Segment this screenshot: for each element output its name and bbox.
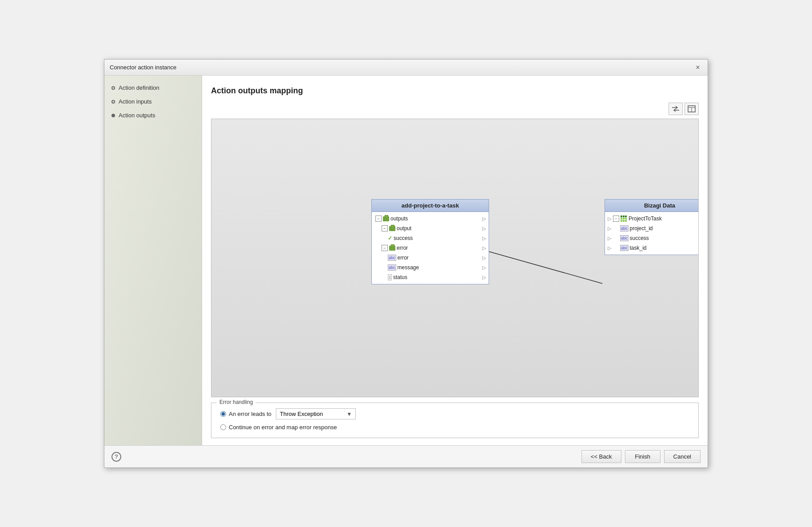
left-box-body: − outputs ▷ − output ▷ bbox=[372, 212, 489, 284]
radio2-text: Continue on error and map error response bbox=[229, 424, 337, 431]
sidebar-item-action-outputs[interactable]: Action outputs bbox=[111, 112, 195, 119]
expander[interactable]: − bbox=[375, 216, 382, 222]
tree-row: abc error ▷ bbox=[372, 253, 489, 263]
right-box-header: Bizagi Data bbox=[605, 200, 699, 212]
expander[interactable]: − bbox=[613, 216, 619, 222]
left-arrow: ▷ bbox=[608, 236, 611, 241]
row-label: status bbox=[393, 274, 407, 280]
layout-icon bbox=[688, 105, 696, 112]
mapping-canvas: add-project-to-a-task − outputs ▷ bbox=[211, 119, 698, 397]
left-arrow: ▷ bbox=[608, 226, 611, 232]
svg-line-5 bbox=[486, 251, 602, 283]
table-icon bbox=[621, 216, 627, 222]
radio1-input[interactable] bbox=[220, 411, 226, 417]
left-box-header: add-project-to-a-task bbox=[372, 200, 489, 212]
abc-icon: abc bbox=[620, 245, 629, 251]
tree-row: abc message ▷ bbox=[372, 263, 489, 272]
row-label: outputs bbox=[390, 216, 408, 222]
dropdown-arrow-icon: ▼ bbox=[346, 411, 352, 417]
suitcase-icon bbox=[389, 226, 395, 231]
arrows-icon bbox=[672, 105, 680, 112]
row-arrow: ▷ bbox=[482, 226, 486, 232]
footer-right: << Back Finish Cancel bbox=[581, 450, 701, 463]
row-arrow: ▷ bbox=[482, 265, 486, 271]
radio2-input[interactable] bbox=[220, 424, 226, 430]
row-label: message bbox=[398, 264, 419, 271]
sidebar: Action definition Action inputs Action o… bbox=[104, 76, 202, 445]
titlebar: Connector action instance × bbox=[104, 60, 708, 76]
error-handling-legend: Error handling bbox=[217, 399, 255, 405]
abc-icon: abc bbox=[620, 225, 629, 232]
row-arrow: ▷ bbox=[482, 245, 486, 251]
suitcase-icon bbox=[389, 246, 395, 251]
row-arrow: ▷ bbox=[482, 216, 486, 222]
page-title: Action outputs mapping bbox=[211, 86, 699, 96]
throw-exception-dropdown[interactable]: Throw Exception ▼ bbox=[276, 408, 356, 419]
sidebar-label-1: Action definition bbox=[119, 84, 159, 91]
tree-row: ▷ abc success bbox=[605, 233, 699, 243]
dialog-title: Connector action instance bbox=[110, 64, 176, 71]
sidebar-label-2: Action inputs bbox=[119, 98, 151, 105]
radio1-label[interactable]: An error leads to bbox=[220, 411, 271, 417]
dialog: Connector action instance × Action defin… bbox=[104, 59, 708, 468]
close-button[interactable]: × bbox=[693, 63, 702, 72]
row-arrow: ▷ bbox=[482, 255, 486, 261]
abc-icon: abc bbox=[388, 264, 396, 271]
sidebar-label-3: Action outputs bbox=[119, 112, 155, 119]
footer-left: ? bbox=[111, 452, 121, 462]
abc-icon: abc bbox=[388, 255, 396, 261]
num-icon: 1 bbox=[388, 274, 392, 280]
toolbar-btn-layout[interactable] bbox=[685, 103, 699, 115]
tree-row: 1 status ▷ bbox=[372, 272, 489, 282]
suitcase-icon bbox=[383, 216, 389, 221]
main-content: Action outputs mapping bbox=[202, 76, 708, 445]
finish-button[interactable]: Finish bbox=[625, 450, 661, 463]
tree-row: − error ▷ bbox=[372, 243, 489, 253]
error-row-1: An error leads to Throw Exception ▼ bbox=[220, 408, 689, 419]
check-icon: ✓ bbox=[388, 235, 392, 241]
help-button[interactable]: ? bbox=[111, 452, 121, 462]
left-tree-box: add-project-to-a-task − outputs ▷ bbox=[371, 199, 489, 284]
error-row-2: Continue on error and map error response bbox=[220, 424, 689, 431]
footer: ? << Back Finish Cancel bbox=[104, 445, 708, 467]
radio2-label[interactable]: Continue on error and map error response bbox=[220, 424, 337, 431]
tree-row: ▷ abc task_id bbox=[605, 243, 699, 253]
tree-row: − outputs ▷ bbox=[372, 214, 489, 224]
row-arrow: ▷ bbox=[482, 236, 486, 241]
expander[interactable]: − bbox=[382, 245, 388, 251]
row-arrow: ▷ bbox=[482, 275, 486, 280]
dropdown-value: Throw Exception bbox=[280, 411, 323, 417]
left-arrow: ▷ bbox=[608, 216, 611, 222]
right-tree-box: Bizagi Data ▷ − Pr bbox=[605, 199, 699, 255]
expander[interactable]: − bbox=[382, 225, 388, 232]
sidebar-dot-1 bbox=[111, 86, 115, 90]
sidebar-item-action-inputs[interactable]: Action inputs bbox=[111, 98, 195, 105]
tree-row: ✓ success ▷ bbox=[372, 233, 489, 243]
sidebar-item-action-definition[interactable]: Action definition bbox=[111, 84, 195, 91]
row-label: project_id bbox=[630, 225, 653, 232]
row-label: task_id bbox=[630, 245, 647, 251]
row-label: ProjectToTask bbox=[629, 216, 662, 222]
sidebar-dot-2 bbox=[111, 100, 115, 104]
right-box-body: ▷ − ProjectToTask bbox=[605, 212, 699, 255]
row-label: success bbox=[394, 235, 413, 241]
error-handling-section: Error handling An error leads to Throw E… bbox=[211, 403, 699, 438]
left-arrow: ▷ bbox=[608, 245, 611, 251]
row-label: error bbox=[398, 255, 409, 261]
cancel-button[interactable]: Cancel bbox=[664, 450, 701, 463]
radio1-text: An error leads to bbox=[229, 411, 271, 417]
row-label: error bbox=[397, 245, 408, 251]
sidebar-dot-3 bbox=[111, 114, 115, 117]
abc-icon: abc bbox=[620, 235, 629, 241]
tree-row: ▷ − ProjectToTask bbox=[605, 214, 699, 224]
tree-row: − output ▷ bbox=[372, 224, 489, 233]
tree-row: ▷ abc project_id bbox=[605, 224, 699, 233]
row-label: success bbox=[630, 235, 649, 241]
toolbar bbox=[211, 103, 699, 115]
back-button[interactable]: << Back bbox=[581, 450, 621, 463]
body: Action definition Action inputs Action o… bbox=[104, 76, 708, 445]
mapping-area: add-project-to-a-task − outputs ▷ bbox=[211, 119, 699, 397]
row-label: output bbox=[397, 225, 411, 232]
toolbar-btn-arrows[interactable] bbox=[669, 103, 683, 115]
